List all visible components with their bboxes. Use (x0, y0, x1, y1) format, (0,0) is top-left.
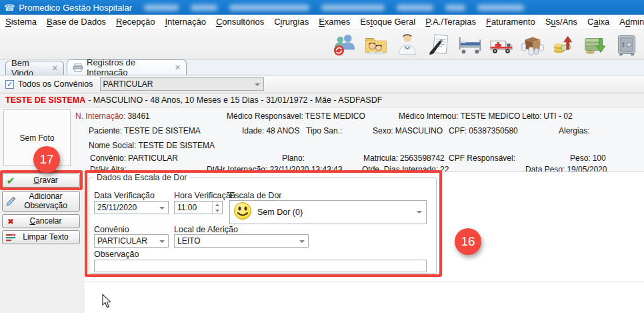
menu-base-de-dados[interactable]: Base de Dados (47, 17, 106, 27)
chevron-down-icon (159, 207, 165, 210)
spin-down-icon[interactable] (215, 210, 219, 212)
tab-bem-vindo[interactable]: Bem Vindo ✕ (5, 61, 64, 75)
patient-name: TESTE DE SISTEMA (5, 95, 85, 105)
chevron-down-icon (255, 83, 260, 86)
panel-divider (85, 282, 644, 282)
todos-convenios-label: Todos os Convênios (18, 79, 93, 89)
annotation-step-16: 16 (455, 228, 481, 255)
limpar-texto-label: Limpar Texto (19, 233, 79, 242)
patients-sync-icon[interactable] (331, 31, 358, 58)
redacted-title-text (397, 5, 433, 11)
pharmacy-stock-icon[interactable] (519, 31, 546, 58)
local-afericao-label: Local de Aferição (174, 225, 238, 234)
field-leito: Leito:UTI - 02 (522, 111, 573, 121)
limpar-texto-button[interactable]: Limpar Texto (2, 230, 80, 244)
mouse-cursor (101, 294, 112, 311)
contract-document-icon[interactable] (425, 31, 452, 58)
field-n-internacao: N. Internação:38461 (75, 111, 150, 121)
field-tipo-sanguineo: Tipo San.: (306, 126, 344, 135)
patient-folder-icon[interactable] (363, 31, 389, 58)
tab-registros-de-internacao[interactable]: Registros de Internação ✕ (67, 59, 187, 75)
tab-label: Registros de Internação (87, 57, 171, 77)
field-matricula: Matricula:2563598742 (363, 153, 445, 163)
escala-dor-label: Escala de Dor (229, 191, 282, 200)
menu-administracao[interactable]: Administração (619, 17, 644, 27)
patient-details-panel: Sem Foto N. Internação:38461 Médico Resp… (0, 107, 644, 172)
menu-cirurgias[interactable]: Cirurgias (274, 17, 309, 27)
doctor-icon[interactable] (394, 31, 421, 58)
patient-banner: TESTE DE SISTEMA - MASCULINO - 48 Anos, … (0, 93, 644, 107)
redacted-title-text (321, 5, 385, 11)
todos-convenios-checkbox[interactable]: ✓ (5, 80, 14, 89)
field-peso: Peso:100 (570, 153, 606, 163)
spinner-buttons[interactable] (212, 202, 222, 214)
x-icon: ✖ (3, 217, 19, 226)
convenio-filter-dropdown[interactable]: PARTICULAR (100, 77, 264, 91)
redacted-title-text (191, 5, 217, 11)
pencil-icon (3, 196, 19, 207)
close-icon[interactable]: ✕ (48, 64, 58, 73)
redacted-title-text (477, 5, 524, 11)
menu-caixa[interactable]: Caixa (587, 17, 609, 27)
patient-info: - MASCULINO - 48 Anos, 10 Meses e 15 Dia… (88, 95, 382, 105)
field-sexo: Sexo:MASCULINO (373, 126, 443, 135)
menu-sistema[interactable]: Sistema (5, 17, 37, 27)
data-verificacao-value: 25/11/2020 (97, 203, 137, 212)
revenue-up-icon[interactable] (551, 31, 577, 58)
menu-exames[interactable]: Exames (319, 17, 350, 27)
gravar-label: Gravar (19, 176, 79, 186)
menu-pa-terapias[interactable]: P.A./Terapias (425, 17, 476, 27)
adicionar-observacao-button[interactable]: Adicionar Observação (2, 191, 80, 212)
convenio-filter-value: PARTICULAR (103, 79, 153, 89)
cancelar-label: Cancelar (19, 217, 79, 226)
local-afericao-value: LEITO (177, 236, 200, 246)
field-medico-responsavel: Médico Responsável:TESTE MEDICO (227, 111, 365, 121)
tab-strip: Bem Vindo ✕ Registros de Internação ✕ (0, 60, 644, 75)
escala-dor-dropdown[interactable]: Sem Dor (0) (229, 200, 427, 224)
annotation-number: 17 (39, 152, 53, 167)
field-idade: Idade:48 ANOS (242, 126, 299, 135)
hora-verificacao-spinner[interactable]: 11:00 (174, 201, 223, 214)
menu-consultorios[interactable]: Consultórios (216, 17, 264, 27)
menu-faturamento[interactable]: Faturamento (486, 17, 535, 27)
observacao-label: Observação (94, 250, 139, 259)
redacted-title-text (445, 5, 465, 11)
hospital-bed-icon[interactable] (457, 31, 483, 58)
chevron-down-icon (299, 240, 305, 243)
field-paciente: Paciente:TESTE DE SISTEMA (89, 126, 201, 135)
safe-vault-icon[interactable] (613, 31, 640, 58)
field-cpf: CPF:05387350580 (449, 126, 518, 135)
check-icon: ✔ (3, 175, 19, 187)
menu-bar: Sistema Base de Dados Recepção Internaçã… (0, 15, 644, 29)
menu-sus-ans[interactable]: Sus/Ans (545, 17, 577, 27)
expenses-down-icon[interactable] (582, 31, 609, 58)
toolbar (0, 29, 644, 60)
menu-estoque-geral[interactable]: Estoque Geral (360, 17, 415, 27)
data-verificacao-dropdown[interactable]: 25/11/2020 (94, 201, 169, 214)
menu-internacao[interactable]: Internação (165, 17, 205, 27)
annotation-number: 16 (461, 234, 475, 249)
hora-verificacao-value: 11:00 (177, 203, 197, 212)
chevron-down-icon (417, 211, 422, 214)
window-title: Promedico Gestão Hospitalar (19, 3, 132, 13)
clear-text-icon (3, 234, 19, 242)
close-icon[interactable]: ✕ (171, 63, 181, 72)
photo-placeholder-label: Sem Foto (19, 133, 54, 143)
app-phone-icon: ☎ (4, 3, 15, 13)
local-afericao-dropdown[interactable]: LEITO (174, 234, 309, 248)
field-medico-internou: Médico Internou:TESTE MEDICO (399, 111, 520, 121)
field-nome-social: Nome Social:TESTE DE SISTEMA (89, 141, 215, 150)
annotation-step-17: 17 (33, 146, 60, 173)
convenio-dropdown[interactable]: PARTICULAR (94, 234, 169, 248)
cancelar-button[interactable]: ✖ Cancelar (2, 214, 80, 228)
observacao-input[interactable] (94, 260, 427, 272)
redacted-title-text (229, 5, 309, 11)
data-verificacao-label: Data Verificação (94, 191, 155, 200)
ambulance-icon[interactable] (488, 31, 515, 58)
gravar-button[interactable]: ✔ Gravar (2, 174, 80, 188)
adicionar-observacao-label: Adicionar Observação (19, 192, 79, 211)
spin-up-icon[interactable] (215, 204, 219, 206)
menu-recepcao[interactable]: Recepção (116, 17, 155, 27)
escala-dor-value: Sem Dor (0) (257, 208, 303, 217)
title-bar: ☎ Promedico Gestão Hospitalar (0, 0, 644, 15)
